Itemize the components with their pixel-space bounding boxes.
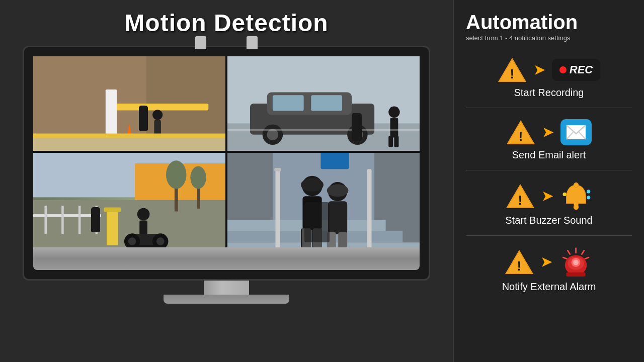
email-icon <box>560 119 592 145</box>
automation-title: Automation <box>466 11 632 33</box>
svg-line-89 <box>582 250 584 254</box>
camera-grid <box>33 56 420 247</box>
svg-point-43 <box>156 237 165 245</box>
svg-rect-11 <box>33 134 225 138</box>
svg-point-33 <box>190 166 206 189</box>
divider-2 <box>466 170 632 170</box>
svg-rect-25 <box>394 136 398 147</box>
svg-point-22 <box>388 107 399 118</box>
svg-rect-66 <box>328 201 347 234</box>
rec-icon: REC <box>552 59 600 81</box>
svg-rect-70 <box>320 153 349 169</box>
svg-point-21 <box>352 129 363 140</box>
svg-rect-47 <box>78 206 80 234</box>
svg-rect-55 <box>276 169 280 247</box>
svg-rect-34 <box>107 209 118 245</box>
svg-rect-53 <box>227 231 403 242</box>
automation-item-alarm[interactable]: ! ➤ <box>466 241 632 297</box>
alarm-label: Notify External Alarm <box>502 281 596 293</box>
svg-rect-2 <box>107 104 208 110</box>
alert-triangle-icon-3: ! <box>506 183 535 209</box>
left-panel: Motion Detection <box>0 0 453 362</box>
svg-point-83 <box>562 192 566 196</box>
monitor-body <box>23 46 430 281</box>
automation-row-alarm: ! ➤ <box>505 247 593 277</box>
svg-rect-46 <box>61 206 63 234</box>
automation-row-recording: ! ➤ REC <box>498 57 600 83</box>
svg-rect-26 <box>227 129 420 131</box>
svg-point-85 <box>587 196 590 199</box>
alert-triangle-icon-2: ! <box>506 119 535 145</box>
svg-rect-97 <box>567 273 586 277</box>
camera-3 <box>33 153 225 247</box>
svg-point-31 <box>166 160 186 189</box>
svg-point-60 <box>301 178 324 192</box>
svg-rect-64 <box>313 228 322 247</box>
svg-line-92 <box>563 257 567 259</box>
svg-rect-23 <box>390 118 398 137</box>
monitor-base <box>164 295 289 304</box>
svg-point-84 <box>587 190 590 193</box>
recording-label: Start Recording <box>514 87 584 99</box>
svg-rect-17 <box>311 95 342 111</box>
svg-point-96 <box>573 259 579 265</box>
monitor-prong-right <box>247 36 258 49</box>
svg-rect-59 <box>302 196 321 230</box>
monitor-top-bar <box>195 36 258 49</box>
monitor-prong-left <box>195 36 206 49</box>
automation-item-recording[interactable]: ! ➤ REC Start Recording <box>466 51 632 103</box>
buzzer-icon <box>560 182 592 211</box>
automation-row-email: ! ➤ <box>506 119 592 145</box>
svg-rect-48 <box>96 206 98 234</box>
automation-subtitle: select from 1 - 4 notification settings <box>466 34 632 42</box>
svg-text:!: ! <box>510 66 514 81</box>
monitor-neck <box>204 281 249 295</box>
divider-1 <box>466 108 632 108</box>
svg-rect-63 <box>302 228 311 247</box>
monitor-wrapper <box>15 46 438 304</box>
svg-rect-10 <box>33 137 225 151</box>
email-label: Send Email alert <box>512 149 586 161</box>
rec-label: REC <box>570 63 593 76</box>
alarm-icon <box>559 247 593 277</box>
svg-rect-3 <box>106 89 117 140</box>
svg-rect-52 <box>227 242 420 247</box>
svg-text:!: ! <box>518 193 523 208</box>
camera-1 <box>33 56 225 151</box>
svg-point-20 <box>347 125 367 145</box>
automation-row-buzzer: ! ➤ <box>506 182 592 211</box>
svg-rect-54 <box>227 220 386 231</box>
monitor-bottom <box>33 247 420 270</box>
svg-rect-16 <box>273 95 304 111</box>
svg-rect-57 <box>367 169 372 247</box>
camera-2 <box>227 56 420 151</box>
svg-point-67 <box>327 185 349 197</box>
alert-triangle-icon-4: ! <box>505 249 534 275</box>
svg-point-6 <box>152 110 163 120</box>
svg-rect-45 <box>44 206 46 234</box>
buzzer-label: Start Buzzer Sound <box>505 215 592 226</box>
svg-line-91 <box>585 257 589 259</box>
arrow-icon-1: ➤ <box>534 62 545 78</box>
svg-line-90 <box>568 250 570 254</box>
divider-3 <box>466 235 632 236</box>
svg-rect-24 <box>388 136 393 147</box>
camera-4 <box>227 153 420 247</box>
alert-triangle-icon-1: ! <box>498 57 527 83</box>
arrow-icon-2: ➤ <box>542 125 553 140</box>
svg-point-36 <box>137 208 150 221</box>
svg-text:!: ! <box>519 129 523 144</box>
svg-rect-56 <box>274 168 281 171</box>
svg-text:!: ! <box>517 258 522 274</box>
svg-point-80 <box>574 183 578 187</box>
automation-item-email[interactable]: ! ➤ Send Email alert <box>466 113 632 165</box>
svg-rect-35 <box>104 208 121 212</box>
page-title: Motion Detection <box>124 9 328 37</box>
rec-dot <box>559 66 567 73</box>
svg-point-42 <box>128 237 136 245</box>
svg-point-82 <box>574 205 578 209</box>
svg-rect-44 <box>33 214 101 217</box>
automation-item-buzzer[interactable]: ! ➤ <box>466 175 632 230</box>
svg-rect-69 <box>338 232 347 247</box>
arrow-icon-3: ➤ <box>542 189 553 204</box>
